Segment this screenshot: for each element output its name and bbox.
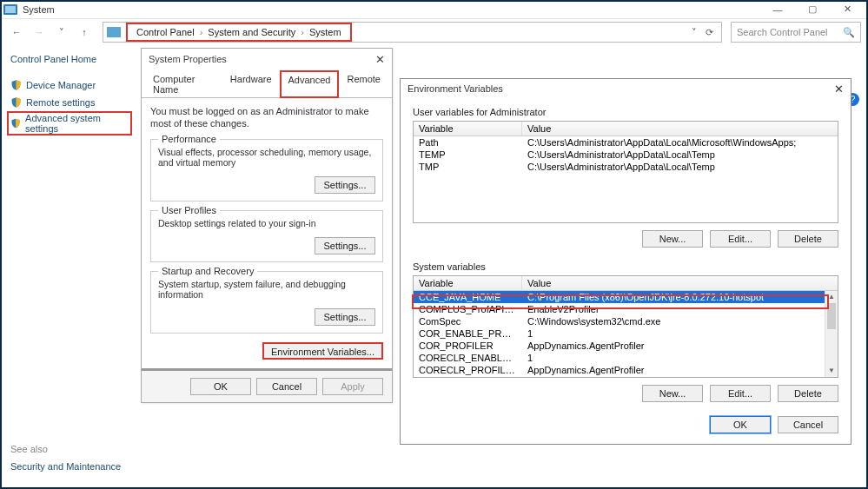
table-row[interactable]: TEMPC:\Users\Administrator\AppData\Local…	[414, 149, 838, 161]
tab-advanced[interactable]: Advanced	[280, 70, 340, 98]
table-row[interactable]: PathC:\Users\Administrator\AppData\Local…	[414, 136, 838, 149]
titlebar: System — ▢ ✕	[0, 0, 868, 19]
breadcrumb-item[interactable]: System and Security	[204, 27, 299, 37]
dialog-footer: OK Cancel Apply	[142, 368, 392, 402]
tab-remote[interactable]: Remote	[339, 70, 388, 98]
breadcrumb-item[interactable]: System	[306, 27, 345, 37]
startup-recovery-group: Startup and Recovery System startup, sys…	[150, 271, 383, 334]
table-row[interactable]: COR_PROFILERAppDynamics.AgentProfiler	[414, 340, 838, 352]
dialog-header: Environment Variables ✕	[401, 79, 851, 98]
control-panel-icon	[107, 27, 121, 37]
shield-icon	[10, 96, 22, 109]
admin-note: You must be logged on as an Administrato…	[150, 105, 383, 130]
group-legend: User Profiles	[158, 205, 220, 215]
dialog-header: System Properties ✕	[142, 49, 392, 69]
system-properties-dialog: System Properties ✕ Computer Name Hardwa…	[141, 48, 393, 403]
ok-button[interactable]: OK	[190, 378, 251, 395]
group-legend: Performance	[158, 134, 220, 144]
search-placeholder: Search Control Panel	[737, 27, 828, 37]
window-controls: — ▢ ✕	[760, 0, 865, 19]
sidebar-item-label: Remote settings	[26, 97, 95, 108]
table-body: CCE_JAVA_HOMEC:\Program Files (x86)\Open…	[414, 291, 838, 377]
breadcrumb-sep: ›	[299, 27, 306, 37]
delete-button[interactable]: Delete	[778, 230, 838, 248]
scroll-up-icon[interactable]: ▲	[825, 291, 838, 303]
dialog-footer: OK Cancel	[413, 416, 838, 433]
table-row[interactable]: COR_ENABLE_PROFILING1	[414, 327, 838, 340]
up-button[interactable]: ↑	[75, 23, 94, 42]
scroll-thumb[interactable]	[827, 303, 836, 329]
close-button[interactable]: ✕	[830, 0, 865, 19]
new-button[interactable]: New...	[642, 230, 703, 248]
refresh-button[interactable]: ⟳	[700, 27, 718, 38]
dialog-body: User variables for Administrator Variabl…	[401, 98, 851, 444]
system-vars-table[interactable]: Variable Value CCE_JAVA_HOMEC:\Program F…	[413, 275, 838, 378]
startup-settings-button[interactable]: Settings...	[315, 308, 375, 326]
edit-button[interactable]: Edit...	[710, 230, 771, 248]
table-header: Variable Value	[414, 122, 838, 136]
tab-hardware[interactable]: Hardware	[222, 70, 280, 98]
user-vars-buttons: New... Edit... Delete	[413, 230, 838, 248]
scroll-down-icon[interactable]: ▼	[825, 365, 838, 377]
tab-computer-name[interactable]: Computer Name	[145, 70, 222, 98]
search-icon: 🔍	[843, 27, 855, 38]
back-button[interactable]: ←	[7, 23, 26, 42]
performance-settings-button[interactable]: Settings...	[315, 176, 375, 194]
apply-button[interactable]: Apply	[322, 378, 383, 395]
user-vars-table[interactable]: Variable Value PathC:\Users\Administrato…	[413, 121, 838, 223]
table-row[interactable]: CCE_JAVA_HOMEC:\Program Files (x86)\Open…	[414, 291, 838, 303]
window-title: System	[23, 4, 760, 15]
sidebar-item-device-manager[interactable]: Device Manager	[10, 76, 129, 94]
col-value[interactable]: Value	[522, 122, 838, 135]
sidebar-item-remote-settings[interactable]: Remote settings	[10, 94, 129, 111]
delete-button[interactable]: Delete	[778, 385, 838, 402]
forward-button[interactable]: →	[30, 23, 49, 42]
group-desc: Visual effects, processor scheduling, me…	[158, 147, 375, 168]
table-body: PathC:\Users\Administrator\AppData\Local…	[414, 136, 838, 222]
sidebar-item-advanced-system-settings[interactable]: Advanced system settings	[7, 111, 132, 135]
system-vars-buttons: New... Edit... Delete	[413, 385, 838, 402]
table-row[interactable]: ComSpecC:\Windows\system32\cmd.exe	[414, 315, 838, 327]
security-maintenance-link[interactable]: Security and Maintenance	[10, 461, 121, 472]
maximize-button[interactable]: ▢	[795, 0, 830, 19]
environment-variables-dialog: Environment Variables ✕ User variables f…	[400, 78, 851, 445]
col-variable[interactable]: Variable	[414, 122, 522, 135]
user-profiles-settings-button[interactable]: Settings...	[315, 237, 375, 254]
table-header: Variable Value	[414, 276, 838, 291]
ok-button[interactable]: OK	[710, 416, 771, 433]
close-icon[interactable]: ✕	[834, 83, 844, 96]
minimize-button[interactable]: —	[760, 0, 795, 19]
group-desc: Desktop settings related to your sign-in	[158, 218, 375, 228]
see-also-label: See also	[10, 444, 121, 454]
sidebar: Control Panel Home Device Manager Remote…	[0, 45, 139, 489]
dialog-title: Environment Variables	[407, 83, 503, 94]
edit-button[interactable]: Edit...	[710, 385, 771, 402]
table-row[interactable]: CORECLR_ENABLE_PROFILI...1	[414, 352, 838, 364]
close-icon[interactable]: ✕	[375, 53, 385, 66]
search-input[interactable]: Search Control Panel 🔍	[731, 22, 861, 43]
address-bar[interactable]: Control Panel › System and Security › Sy…	[103, 22, 722, 43]
user-vars-label: User variables for Administrator	[413, 107, 838, 117]
environment-variables-button[interactable]: Environment Variables...	[262, 342, 383, 360]
new-button[interactable]: New...	[642, 385, 703, 402]
col-variable[interactable]: Variable	[414, 276, 522, 290]
see-also-section: See also Security and Maintenance	[10, 444, 121, 472]
sidebar-item-label: Device Manager	[26, 80, 96, 90]
col-value[interactable]: Value	[522, 276, 838, 290]
system-icon	[3, 4, 17, 15]
table-row[interactable]: COMPLUS_ProfAPI_ProfilerC...EnableV2Prof…	[414, 303, 838, 315]
table-row[interactable]: CORECLR_PROFILERAppDynamics.AgentProfile…	[414, 364, 838, 376]
scrollbar[interactable]: ▲ ▼	[825, 291, 838, 377]
breadcrumb-item[interactable]: Control Panel	[133, 27, 198, 37]
table-row[interactable]: TMPC:\Users\Administrator\AppData\Local\…	[414, 161, 838, 173]
recent-dropdown[interactable]: ˅	[52, 23, 71, 42]
cancel-button[interactable]: Cancel	[778, 416, 838, 433]
dialog-title: System Properties	[149, 54, 227, 64]
navbar: ← → ˅ ↑ Control Panel › System and Secur…	[0, 19, 868, 45]
address-dropdown[interactable]: ˅	[688, 27, 700, 38]
group-legend: Startup and Recovery	[158, 266, 257, 276]
cancel-button[interactable]: Cancel	[256, 378, 317, 395]
control-panel-home-link[interactable]: Control Panel Home	[10, 54, 129, 64]
system-vars-label: System variables	[413, 261, 838, 272]
breadcrumb-sep: ›	[198, 27, 205, 37]
